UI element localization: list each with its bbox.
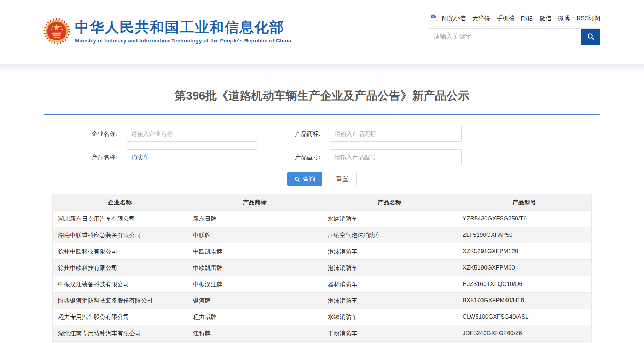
product-name-label: 产品名称: [52, 153, 127, 161]
nav-link-mobile[interactable]: 手机端 [497, 14, 515, 22]
table-row: 中振汉江装备科技有限公司中振汉江牌器材消防车HJZ5160TXFQC10/D6 [53, 276, 592, 293]
table-cell [322, 342, 457, 343]
search-icon [587, 32, 595, 41]
table-cell: JDF5240GXFGF60/Z6 [457, 325, 591, 342]
nav-link-wechat[interactable]: 微信 [540, 14, 551, 22]
table-cell [457, 342, 591, 343]
search-icon [294, 176, 300, 182]
site-search [429, 28, 600, 45]
table-cell: ZLF5190GXFAP50 [457, 227, 591, 243]
ministry-logo[interactable]: 中华人民共和国工业和信息化部 Ministry of Industry and … [44, 17, 291, 46]
query-form: 企业名称:产品商标:产品名称:产品型号: [52, 126, 592, 165]
column-header: 产品型号 [457, 194, 591, 211]
product-brand-label: 产品商标: [257, 130, 330, 138]
table-row: 徐州中欧科技有限公司中欧凯雷牌泡沫消防车XZK5190GXFPM60 [53, 260, 592, 276]
table-cell: HJZ5160TXFQC10/D6 [457, 276, 591, 293]
nav-link-rss[interactable]: RSS订阅 [576, 14, 600, 22]
reset-button[interactable]: 重置 [328, 172, 357, 186]
results-table-head: 企业名称产品商标产品名称产品型号 [53, 194, 592, 211]
product-brand-input[interactable] [330, 126, 462, 142]
site-search-button[interactable] [581, 29, 600, 45]
table-cell [187, 342, 322, 343]
table-cell: 泡沫消防车 [322, 293, 457, 309]
table-row: 陕西银河消防科技装备股份有限公司银河牌泡沫消防车BX5170GXFPM40/HT… [53, 293, 592, 309]
results-table: 企业名称产品商标产品名称产品型号 湖北新东日专用汽车有限公司新东日牌水罐消防车Y… [52, 194, 592, 343]
table-row [53, 342, 592, 343]
header-shadow-band [0, 64, 644, 74]
query-button[interactable]: 查询 [287, 172, 322, 186]
form-actions: 查询 重置 [52, 172, 592, 186]
nav-link-accessibility[interactable]: 无障碍 [472, 14, 490, 22]
table-cell: 中联牌 [187, 227, 322, 243]
table-cell: 陕西银河消防科技装备股份有限公司 [53, 293, 187, 309]
table-cell: 器材消防车 [322, 276, 457, 293]
table-cell: 新东日牌 [187, 211, 322, 227]
nav-link-weibo[interactable]: 微博 [558, 14, 570, 22]
table-cell: 干粉消防车 [322, 325, 457, 342]
main-content: 第396批《道路机动车辆生产企业及产品公告》新产品公示 企业名称:产品商标:产品… [0, 89, 644, 343]
table-cell: 湖北新东日专用汽车有限公司 [53, 211, 187, 227]
nav-link-yangguang-xiaoxin[interactable]: 阳光小信 [442, 14, 466, 22]
top-nav: 阳光小信无障碍手机端邮箱微信微博RSS订阅 [429, 13, 600, 23]
table-row: 徐州中欧科技有限公司中欧凯雷牌泡沫消防车XZK5291GXFPM120 [53, 243, 592, 260]
column-header: 企业名称 [53, 194, 187, 211]
site-title-en: Ministry of Industry and Information Tec… [75, 38, 291, 44]
site-search-input[interactable] [429, 29, 581, 45]
table-cell: 中振汉江装备科技有限公司 [53, 276, 187, 293]
company-name-input[interactable] [127, 126, 257, 142]
national-emblem-icon [44, 17, 70, 46]
table-row: 湖北江南专用特种汽车有限公司江特牌干粉消防车JDF5240GXFGF60/Z6 [53, 325, 592, 342]
site-title-zh: 中华人民共和国工业和信息化部 [75, 19, 291, 36]
table-cell: BX5170GXFPM40/HT6 [457, 293, 591, 309]
company-name-label: 企业名称: [52, 130, 127, 138]
table-cell: YZR5430GXFSG250/T6 [457, 211, 591, 227]
table-row: 湖南中联重科应急装备有限公司中联牌压缩空气泡沫消防车ZLF5190GXFAP50 [53, 227, 592, 243]
column-header: 产品商标 [187, 194, 322, 211]
table-cell: XZK5291GXFPM120 [457, 243, 591, 260]
product-name-input[interactable] [127, 149, 257, 165]
table-cell: 压缩空气泡沫消防车 [322, 227, 457, 243]
table-cell: XZK5190GXFPM60 [457, 260, 591, 276]
table-cell: 水罐消防车 [322, 309, 457, 325]
table-cell: 中欧凯雷牌 [187, 260, 322, 276]
table-cell: 徐州中欧科技有限公司 [53, 260, 187, 276]
page-title: 第396批《道路机动车辆生产企业及产品公告》新产品公示 [0, 89, 644, 103]
table-cell: 中欧凯雷牌 [187, 243, 322, 260]
table-cell: CLW5100GXFSG40/ASL [457, 309, 591, 325]
table-cell: 泡沫消防车 [322, 260, 457, 276]
query-panel: 企业名称:产品商标:产品名称:产品型号: 查询 重置 企业名称产品商标产品名称产… [44, 114, 600, 343]
table-cell: 程力专用汽车股份有限公司 [53, 309, 187, 325]
table-cell: 徐州中欧科技有限公司 [53, 243, 187, 260]
table-cell: 泡沫消防车 [322, 243, 457, 260]
table-cell: 银河牌 [187, 293, 322, 309]
assistant-robot-icon[interactable] [429, 13, 438, 23]
table-cell: 江特牌 [187, 325, 322, 342]
table-cell: 中振汉江牌 [187, 276, 322, 293]
table-cell: 水罐消防车 [322, 211, 457, 227]
site-header: 中华人民共和国工业和信息化部 Ministry of Industry and … [0, 0, 644, 64]
query-button-label: 查询 [303, 175, 315, 183]
nav-link-mail[interactable]: 邮箱 [521, 14, 533, 22]
table-cell: 湖南中联重科应急装备有限公司 [53, 227, 187, 243]
product-model-input[interactable] [330, 149, 462, 165]
results-table-body: 湖北新东日专用汽车有限公司新东日牌水罐消防车YZR5430GXFSG250/T6… [53, 211, 592, 343]
table-cell: 湖北江南专用特种汽车有限公司 [53, 325, 187, 342]
product-model-label: 产品型号: [257, 153, 330, 161]
table-row: 湖北新东日专用汽车有限公司新东日牌水罐消防车YZR5430GXFSG250/T6 [53, 211, 592, 227]
column-header: 产品名称 [322, 194, 457, 211]
table-cell [53, 342, 187, 343]
table-cell: 程力威牌 [187, 309, 322, 325]
table-row: 程力专用汽车股份有限公司程力威牌水罐消防车CLW5100GXFSG40/ASL [53, 309, 592, 325]
